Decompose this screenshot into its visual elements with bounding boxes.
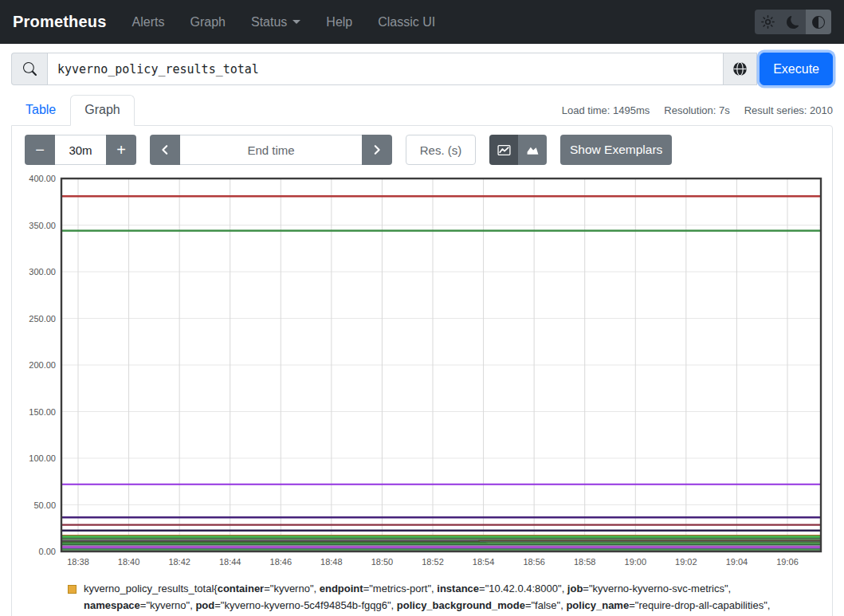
- end-time-input[interactable]: [180, 135, 362, 165]
- svg-text:18:38: 18:38: [67, 557, 89, 567]
- legend-swatch: [68, 585, 77, 594]
- svg-text:19:06: 19:06: [776, 557, 799, 567]
- area-chart-icon: [526, 143, 540, 157]
- graph-panel: − +: [11, 125, 833, 616]
- metrics-explorer-addon[interactable]: [724, 53, 757, 85]
- svg-text:150.00: 150.00: [29, 407, 56, 417]
- stacked-chart-button[interactable]: [518, 135, 547, 165]
- range-input[interactable]: [55, 135, 106, 165]
- svg-text:100.00: 100.00: [29, 453, 56, 463]
- nav-item-help[interactable]: Help: [320, 9, 359, 36]
- tab-table[interactable]: Table: [11, 95, 70, 125]
- svg-text:19:04: 19:04: [726, 557, 748, 567]
- nav-item-alerts[interactable]: Alerts: [126, 9, 171, 36]
- tab-graph[interactable]: Graph: [70, 95, 134, 126]
- range-increase-button[interactable]: +: [106, 135, 136, 165]
- execute-button[interactable]: Execute: [760, 53, 833, 85]
- globe-icon: [732, 61, 748, 77]
- svg-text:200.00: 200.00: [29, 360, 56, 370]
- load-time-stat: Load time: 1495ms: [562, 104, 650, 116]
- caret-down-icon: [292, 20, 300, 24]
- moon-icon: [787, 16, 799, 29]
- query-section: Execute: [0, 44, 844, 92]
- top-navbar: Prometheus Alerts Graph Status Help Clas…: [0, 0, 844, 44]
- theme-dark-button[interactable]: [780, 10, 806, 34]
- show-exemplars-button[interactable]: Show Exemplars: [560, 135, 672, 165]
- svg-text:18:58: 18:58: [574, 557, 596, 567]
- legend-label: kyverno_policy_results_total{container="…: [84, 581, 809, 616]
- query-stats: Load time: 1495ms Resolution: 7s Result …: [562, 104, 833, 116]
- svg-text:18:44: 18:44: [219, 557, 241, 567]
- chart-type-toggle: [489, 135, 547, 165]
- svg-text:350.00: 350.00: [29, 221, 56, 230]
- line-chart-icon: [497, 143, 511, 157]
- search-addon: [11, 53, 47, 85]
- theme-auto-button[interactable]: [806, 10, 831, 34]
- nav-item-graph[interactable]: Graph: [184, 9, 232, 36]
- svg-text:18:40: 18:40: [118, 557, 140, 567]
- end-time-picker: [150, 135, 392, 165]
- nav-item-status[interactable]: Status: [245, 9, 307, 36]
- nav-item-classic-ui[interactable]: Classic UI: [371, 9, 442, 36]
- svg-text:300.00: 300.00: [29, 267, 56, 277]
- chart-area: 400.00350.00300.00250.00200.00150.00100.…: [20, 173, 824, 568]
- theme-light-button[interactable]: [755, 10, 780, 34]
- panel-tabs: Table Graph Load time: 1495ms Resolution…: [11, 95, 833, 125]
- result-series-stat: Result series: 2010: [744, 104, 833, 116]
- svg-text:250.00: 250.00: [29, 314, 56, 324]
- query-expression-input[interactable]: [47, 53, 724, 85]
- resolution-input[interactable]: [406, 135, 476, 165]
- svg-text:18:42: 18:42: [168, 557, 190, 567]
- line-chart-button[interactable]: [489, 135, 518, 165]
- svg-text:0.00: 0.00: [39, 547, 56, 556]
- search-icon: [23, 62, 37, 76]
- svg-text:18:50: 18:50: [371, 557, 394, 567]
- graph-controls: − +: [25, 135, 819, 165]
- resolution-stat: Resolution: 7s: [664, 104, 729, 116]
- query-input-group: Execute: [11, 53, 833, 85]
- svg-text:18:54: 18:54: [473, 557, 495, 567]
- svg-text:18:52: 18:52: [422, 557, 444, 567]
- svg-text:19:02: 19:02: [675, 557, 697, 567]
- time-series-plot[interactable]: 400.00350.00300.00250.00200.00150.00100.…: [20, 173, 826, 568]
- svg-text:18:56: 18:56: [523, 557, 545, 567]
- svg-text:18:46: 18:46: [270, 557, 292, 567]
- chevron-right-icon: [371, 144, 383, 155]
- sun-icon: [761, 15, 775, 29]
- svg-text:18:48: 18:48: [320, 557, 343, 567]
- svg-text:19:00: 19:00: [625, 557, 647, 567]
- svg-text:50.00: 50.00: [33, 500, 56, 510]
- time-back-button[interactable]: [150, 135, 180, 165]
- circle-half-icon: [812, 16, 825, 29]
- nav-item-status-label: Status: [251, 15, 287, 29]
- time-forward-button[interactable]: [362, 135, 392, 165]
- app-brand[interactable]: Prometheus: [13, 13, 107, 31]
- chevron-left-icon: [159, 144, 171, 155]
- theme-toggle-group: [755, 10, 831, 34]
- range-stepper: − +: [25, 135, 136, 165]
- range-decrease-button[interactable]: −: [25, 135, 55, 165]
- svg-text:400.00: 400.00: [29, 174, 56, 183]
- legend-item[interactable]: kyverno_policy_results_total{container="…: [68, 581, 809, 616]
